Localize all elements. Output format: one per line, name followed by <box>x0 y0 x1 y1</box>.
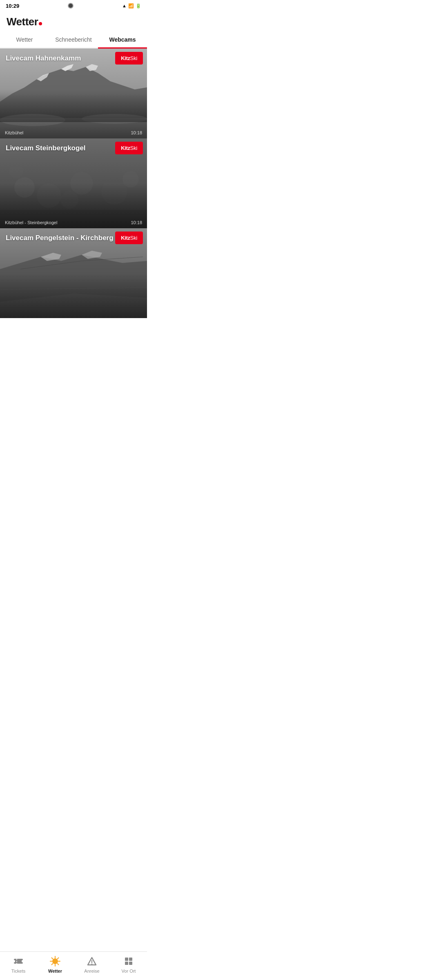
battery-icon: 🔋 <box>136 3 141 9</box>
kitzski-ski: Ski <box>130 55 137 61</box>
webcam-item-hahnenkamm[interactable]: Livecam Hahnenkamm KitzSki Kitzbühel 10:… <box>0 49 147 138</box>
logo-text: Wetter <box>7 16 38 28</box>
webcam-time-steinbergkogel: 10:18 <box>131 220 142 225</box>
kitzski-kitz-3: Kitz <box>121 235 130 241</box>
logo: Wetter <box>7 16 140 28</box>
webcam-item-pengelstein[interactable]: Livecam Pengelstein - Kirchberg KitzSki <box>0 228 147 318</box>
webcam-title-pengelstein: Livecam Pengelstein - Kirchberg <box>6 234 114 242</box>
webcam-item-steinbergkogel[interactable]: Livecam Steinbergkogel KitzSki Kitzbühel… <box>0 138 147 228</box>
kitzski-logo-pengelstein: KitzSki <box>115 232 143 244</box>
logo-dot-icon <box>39 22 42 25</box>
kitzski-logo-hahnenkamm: KitzSki <box>115 52 143 65</box>
webcam-list: Livecam Hahnenkamm KitzSki Kitzbühel 10:… <box>0 49 147 318</box>
webcam-location-steinbergkogel: Kitzbühel - Steinbergkogel <box>5 220 57 225</box>
tab-webcams[interactable]: Webcams <box>98 31 147 48</box>
status-bar: 10:29 ▲ 📶 🔋 <box>0 0 147 11</box>
webcam-title-steinbergkogel: Livecam Steinbergkogel <box>6 144 86 152</box>
webcam-info-steinbergkogel: Kitzbühel - Steinbergkogel 10:18 <box>5 220 142 225</box>
tab-schneebericht[interactable]: Schneebericht <box>49 31 98 48</box>
header: Wetter <box>0 11 147 31</box>
webcam-time-hahnenkamm: 10:18 <box>131 130 142 135</box>
kitzski-ski-3: Ski <box>130 235 137 241</box>
wifi-icon: ▲ <box>122 3 127 8</box>
status-time: 10:29 <box>6 3 19 9</box>
main-content: Livecam Hahnenkamm KitzSki Kitzbühel 10:… <box>0 49 147 347</box>
kitzski-ski-2: Ski <box>130 145 137 151</box>
status-icons: ▲ 📶 🔋 <box>122 3 141 9</box>
tab-wetter[interactable]: Wetter <box>0 31 49 48</box>
webcam-title-hahnenkamm: Livecam Hahnenkamm <box>6 54 81 62</box>
webcam-location-hahnenkamm: Kitzbühel <box>5 130 23 135</box>
kitzski-kitz-2: Kitz <box>121 145 130 151</box>
location-dot-icon <box>68 3 74 9</box>
kitzski-logo-steinbergkogel: KitzSki <box>115 142 143 154</box>
tabs: Wetter Schneebericht Webcams <box>0 31 147 49</box>
webcam-info-hahnenkamm: Kitzbühel 10:18 <box>5 130 142 135</box>
kitzski-kitz: Kitz <box>121 55 130 61</box>
signal-icon: 📶 <box>128 3 134 9</box>
